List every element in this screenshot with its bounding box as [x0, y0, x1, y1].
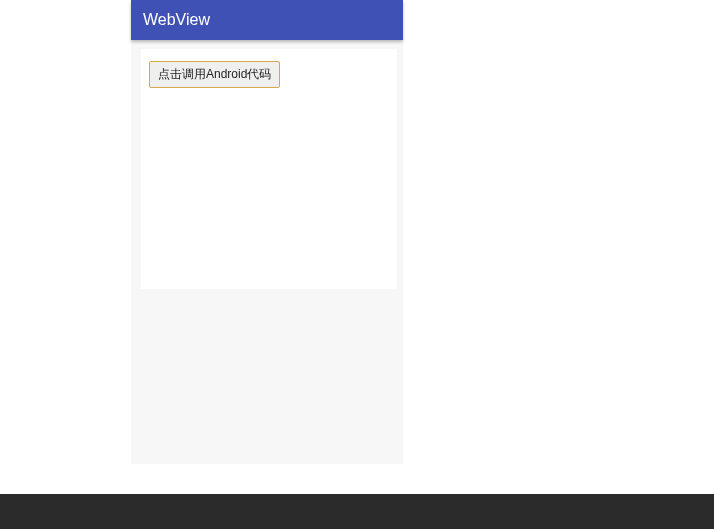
app-bar-title: WebView: [143, 11, 210, 29]
logcat-panel[interactable]: 03-04 22:41:10.400 1522-1522/scut.carson…: [0, 494, 714, 529]
app-bar: WebView: [131, 0, 403, 40]
invoke-android-button[interactable]: 点击调用Android代码: [149, 61, 280, 88]
webview-content: 点击调用Android代码: [141, 49, 397, 289]
phone-frame: WebView 点击调用Android代码: [131, 0, 403, 464]
